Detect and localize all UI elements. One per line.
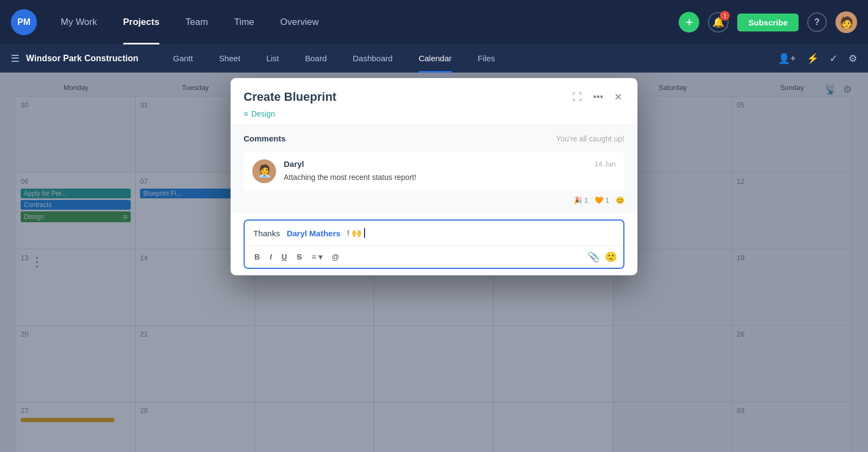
nav-item-my-work[interactable]: My Work xyxy=(48,0,110,44)
reply-text-area[interactable]: Thanks Daryl Mathers ! 🙌 xyxy=(245,221,623,246)
tab-dashboard[interactable]: Dashboard xyxy=(340,44,405,73)
underline-button[interactable]: U xyxy=(278,250,290,263)
comment-item: 🧑‍💼 Daryl 14 Jan Attaching the most rece… xyxy=(244,152,624,191)
modal-header: Create Blueprint ⛶ ••• ✕ ≡ Design xyxy=(231,78,637,125)
tab-list[interactable]: List xyxy=(253,44,292,73)
nav-item-team[interactable]: Team xyxy=(173,0,221,44)
secondary-nav-right: 👤+ ⚡ ✓ ⚙ xyxy=(778,53,857,64)
user-avatar[interactable]: 🧑 xyxy=(835,11,857,33)
reply-prefix: Thanks xyxy=(253,229,280,238)
mention-tag[interactable]: Daryl Mathers xyxy=(286,229,340,238)
view-tabs: Gantt Sheet List Board Dashboard Calenda… xyxy=(160,44,778,73)
reaction-heart[interactable]: 🧡 1 xyxy=(595,196,609,204)
reply-suffix: ! 🙌 xyxy=(347,228,362,238)
reply-right-tools: 📎 🙂 xyxy=(588,251,617,263)
logo[interactable]: PM xyxy=(11,9,37,35)
modal-container: Create Blueprint ⛶ ••• ✕ ≡ Design Commen… xyxy=(0,73,868,452)
tab-board[interactable]: Board xyxy=(292,44,340,73)
tab-sheet[interactable]: Sheet xyxy=(206,44,253,73)
nav-right: + 🔔 1 Subscribe ? 🧑 xyxy=(679,11,857,33)
hamburger-icon[interactable]: ☰ xyxy=(11,53,20,64)
notifications-button[interactable]: 🔔 1 xyxy=(708,12,729,33)
list-button[interactable]: ≡ ▾ xyxy=(308,250,325,263)
reply-editor: Thanks Daryl Mathers ! 🙌 B I U S ≡ ▾ @ 📎… xyxy=(244,219,624,269)
task-modal: Create Blueprint ⛶ ••• ✕ ≡ Design Commen… xyxy=(231,78,637,275)
main-nav: My Work Projects Team Time Overview xyxy=(48,0,679,44)
strikethrough-button[interactable]: S xyxy=(293,250,305,263)
nav-item-overview[interactable]: Overview xyxy=(267,0,332,44)
comment-reactions: 🎉 1 🧡 1 😊 xyxy=(244,196,624,204)
text-cursor xyxy=(364,228,365,238)
modal-action-buttons: ⛶ ••• ✕ xyxy=(570,89,624,105)
notification-badge: 1 xyxy=(720,11,730,21)
comment-avatar: 🧑‍💼 xyxy=(252,159,276,183)
emoji-icon[interactable]: 🙂 xyxy=(605,251,617,263)
caught-up-text: You're all caught up! xyxy=(556,134,624,143)
comments-label: Comments xyxy=(244,134,286,143)
mention-button[interactable]: @ xyxy=(329,250,343,263)
subscribe-button[interactable]: Subscribe xyxy=(737,14,799,31)
comment-text: Attaching the most recent status report! xyxy=(284,172,616,183)
comment-meta: Daryl 14 Jan xyxy=(284,159,616,169)
italic-button[interactable]: I xyxy=(266,250,275,263)
close-icon[interactable]: ✕ xyxy=(612,89,624,105)
calendar-area: Monday Tuesday Wednesday Thursday Friday… xyxy=(0,73,868,452)
reaction-celebration[interactable]: 🎉 1 xyxy=(573,196,588,204)
add-reaction-button[interactable]: 😊 xyxy=(616,196,624,204)
secondary-nav: ☰ Windsor Park Construction Gantt Sheet … xyxy=(0,44,868,73)
comment-body: Daryl 14 Jan Attaching the most recent s… xyxy=(284,159,616,183)
nav-item-time[interactable]: Time xyxy=(221,0,267,44)
tag-icon: ≡ xyxy=(244,109,248,118)
task-tag: ≡ Design xyxy=(244,109,624,118)
tab-calendar[interactable]: Calendar xyxy=(406,44,465,73)
tag-label[interactable]: Design xyxy=(251,109,275,118)
settings-icon[interactable]: ⚙ xyxy=(848,53,857,64)
expand-icon[interactable]: ⛶ xyxy=(570,89,584,105)
comment-author: Daryl xyxy=(284,159,304,169)
top-nav: PM My Work Projects Team Time Overview +… xyxy=(0,0,868,44)
project-name: Windsor Park Construction xyxy=(26,54,138,63)
more-options-icon[interactable]: ••• xyxy=(591,89,605,105)
bold-button[interactable]: B xyxy=(251,250,263,263)
tab-files[interactable]: Files xyxy=(465,44,508,73)
comment-date: 14 Jan xyxy=(595,160,616,168)
modal-title: Create Blueprint xyxy=(244,90,336,104)
add-button[interactable]: + xyxy=(679,12,699,33)
check-icon[interactable]: ✓ xyxy=(829,53,838,64)
comments-section: Comments You're all caught up! 🧑‍💼 Daryl… xyxy=(231,125,637,213)
add-member-icon[interactable]: 👤+ xyxy=(778,53,796,64)
tab-gantt[interactable]: Gantt xyxy=(160,44,206,73)
comments-header: Comments You're all caught up! xyxy=(244,134,624,143)
help-button[interactable]: ? xyxy=(807,12,827,32)
attachment-icon[interactable]: 📎 xyxy=(588,251,599,263)
filter-icon[interactable]: ⚡ xyxy=(807,53,819,64)
nav-item-projects[interactable]: Projects xyxy=(110,0,173,44)
reply-toolbar: B I U S ≡ ▾ @ 📎 🙂 xyxy=(245,246,623,268)
